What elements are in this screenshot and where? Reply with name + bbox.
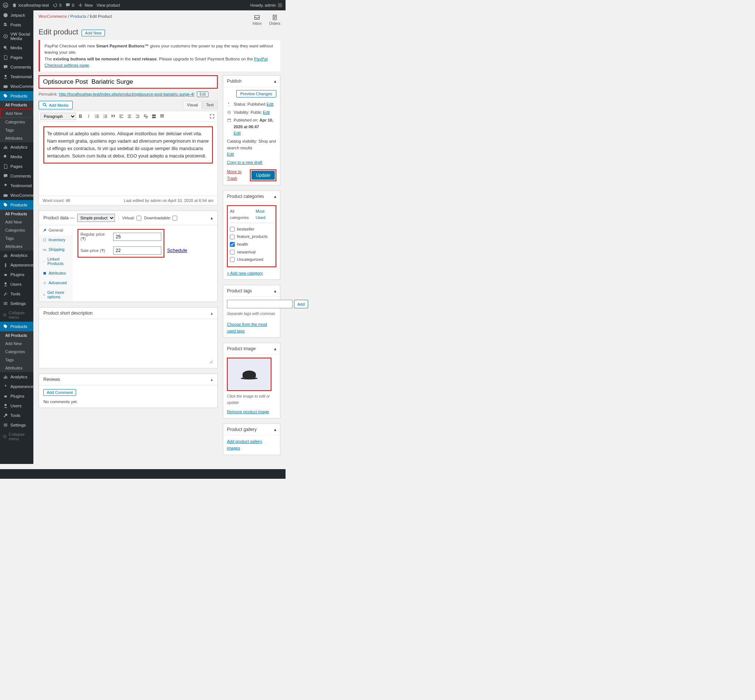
collapse-icon[interactable]: ▴: [274, 78, 276, 84]
catalog-vis-edit-link[interactable]: Edit: [227, 152, 234, 156]
bold-icon[interactable]: B: [77, 112, 84, 120]
pd-tab-inventory[interactable]: Inventory: [39, 235, 72, 245]
cat-tab-mostused[interactable]: Most Used: [256, 208, 273, 223]
submenu-tags-2[interactable]: Tags: [0, 234, 33, 242]
menu-analytics-3[interactable]: Analytics: [0, 372, 33, 382]
menu-analytics-2[interactable]: Analytics: [0, 250, 33, 260]
menu-analytics[interactable]: Analytics: [0, 142, 33, 152]
wp-logo[interactable]: [3, 3, 8, 8]
submenu-categories-2[interactable]: Categories: [0, 226, 33, 234]
menu-woocommerce-2[interactable]: WooCommerce: [0, 191, 33, 200]
visibility-edit-link[interactable]: Edit: [263, 110, 270, 114]
collapse-icon[interactable]: ▴: [211, 311, 213, 316]
submenu-categories[interactable]: Categories: [0, 118, 33, 126]
product-title-input[interactable]: [39, 75, 218, 89]
howdy-user[interactable]: Howdy, admin: [250, 3, 283, 8]
tab-text[interactable]: Text: [202, 101, 218, 109]
cat-feature-checkbox[interactable]: [230, 234, 235, 239]
add-comment-button[interactable]: Add Comment: [43, 389, 76, 396]
menu-testimonial-2[interactable]: Testimonial: [0, 181, 33, 191]
submenu-attributes-3[interactable]: Attributes: [0, 364, 33, 372]
collapse-icon[interactable]: ▴: [211, 215, 213, 220]
cat-health-checkbox[interactable]: [230, 242, 235, 247]
menu-media[interactable]: Media: [0, 43, 33, 53]
remove-image-link[interactable]: Remove product image: [227, 409, 269, 414]
paragraph-select[interactable]: Paragraph: [41, 112, 76, 120]
choose-tags-link[interactable]: Choose from the most used tags: [227, 322, 267, 333]
inbox-icon[interactable]: Inbox: [252, 14, 262, 26]
align-left-icon[interactable]: [117, 112, 125, 120]
cat-uncategorized-checkbox[interactable]: [230, 257, 235, 262]
pd-tab-advanced[interactable]: Advanced: [39, 278, 72, 288]
editor-body[interactable]: Te obtinuit ut adepto satis somno. Aliis…: [39, 122, 218, 196]
collapse-menu[interactable]: Collapse menu: [0, 308, 33, 322]
tags-add-button[interactable]: Add: [294, 300, 308, 308]
pd-tab-attributes[interactable]: Attributes: [39, 268, 72, 278]
menu-testimonial[interactable]: Testimonial: [0, 72, 33, 81]
menu-pages[interactable]: Pages: [0, 53, 33, 62]
menu-jetpack[interactable]: Jetpack: [0, 10, 33, 20]
align-right-icon[interactable]: [134, 112, 141, 120]
status-edit-link[interactable]: Edit: [266, 102, 274, 106]
pd-tab-linked[interactable]: Linked Products: [39, 254, 72, 268]
collapse-icon[interactable]: ▴: [274, 427, 276, 432]
tab-visual[interactable]: Visual: [183, 101, 202, 109]
published-edit-link[interactable]: Edit: [233, 131, 241, 135]
bc-products[interactable]: Products: [70, 14, 86, 19]
bullet-list-icon[interactable]: [93, 112, 100, 120]
toolbar-toggle-icon[interactable]: [158, 112, 166, 120]
collapse-icon[interactable]: ▴: [274, 288, 276, 294]
tags-input[interactable]: [227, 300, 293, 308]
submenu-all-products-3[interactable]: All Products: [0, 331, 33, 339]
menu-settings-2[interactable]: Settings: [0, 420, 33, 430]
cat-bestseller-checkbox[interactable]: [230, 227, 235, 231]
add-gallery-link[interactable]: Add product gallery images: [227, 439, 262, 450]
submenu-add-new-3[interactable]: Add New: [0, 339, 33, 348]
permalink-url[interactable]: http://localhost/wp-test/index.php/produ…: [59, 92, 194, 96]
collapse-icon[interactable]: ▴: [274, 194, 276, 199]
virtual-checkbox[interactable]: [136, 216, 141, 220]
submenu-tags[interactable]: Tags: [0, 126, 33, 134]
short-description-textarea[interactable]: [43, 323, 213, 364]
menu-plugins[interactable]: Plugins: [0, 270, 33, 280]
updates-count[interactable]: 5: [53, 3, 61, 8]
menu-appearance[interactable]: Appearance: [0, 260, 33, 270]
pd-tab-shipping[interactable]: Shipping: [39, 245, 72, 254]
cat-tab-all[interactable]: All categories: [230, 208, 252, 223]
submenu-all-products[interactable]: All Products: [0, 101, 33, 109]
numbered-list-icon[interactable]: 123: [101, 112, 109, 120]
menu-posts[interactable]: Posts: [0, 20, 33, 30]
menu-comments-2[interactable]: Comments: [0, 171, 33, 181]
pd-tab-general[interactable]: General: [39, 225, 72, 235]
menu-settings[interactable]: Settings: [0, 299, 33, 308]
menu-appearance-2[interactable]: Appearance: [0, 382, 33, 391]
product-type-select[interactable]: Simple product: [77, 214, 115, 222]
collapse-menu-2[interactable]: Collapse menu: [0, 430, 33, 443]
add-new-category-link[interactable]: + Add new category: [227, 271, 263, 275]
schedule-link[interactable]: Schedule: [167, 248, 187, 253]
pd-tab-more[interactable]: ?Get more options: [39, 288, 72, 302]
menu-media-2[interactable]: Media: [0, 152, 33, 162]
menu-vw-social[interactable]: VW Social Media: [0, 30, 33, 43]
italic-icon[interactable]: I: [85, 112, 92, 120]
orders-icon[interactable]: Orders: [269, 14, 280, 26]
menu-tools[interactable]: Tools: [0, 289, 33, 299]
regular-price-input[interactable]: [113, 233, 161, 241]
menu-pages-2[interactable]: Pages: [0, 162, 33, 171]
submenu-attributes[interactable]: Attributes: [0, 134, 33, 142]
menu-tools-2[interactable]: Tools: [0, 411, 33, 420]
update-button[interactable]: Update: [251, 171, 275, 180]
move-trash-link[interactable]: Move to Trash: [227, 169, 250, 181]
menu-users[interactable]: Users: [0, 280, 33, 289]
link-icon[interactable]: [142, 112, 149, 120]
bc-woocommerce[interactable]: WooCommerce: [39, 14, 67, 19]
menu-products-3[interactable]: Products: [0, 322, 33, 331]
product-image[interactable]: [227, 358, 271, 391]
submenu-attributes-2[interactable]: Attributes: [0, 242, 33, 250]
menu-products[interactable]: Products: [0, 91, 33, 101]
site-name[interactable]: localhost/wp-test: [12, 3, 49, 8]
cat-newarrival-checkbox[interactable]: [230, 250, 235, 255]
sale-price-input[interactable]: [113, 247, 161, 255]
preview-changes-button[interactable]: Preview Changes: [236, 90, 276, 97]
menu-users-2[interactable]: Users: [0, 401, 33, 411]
